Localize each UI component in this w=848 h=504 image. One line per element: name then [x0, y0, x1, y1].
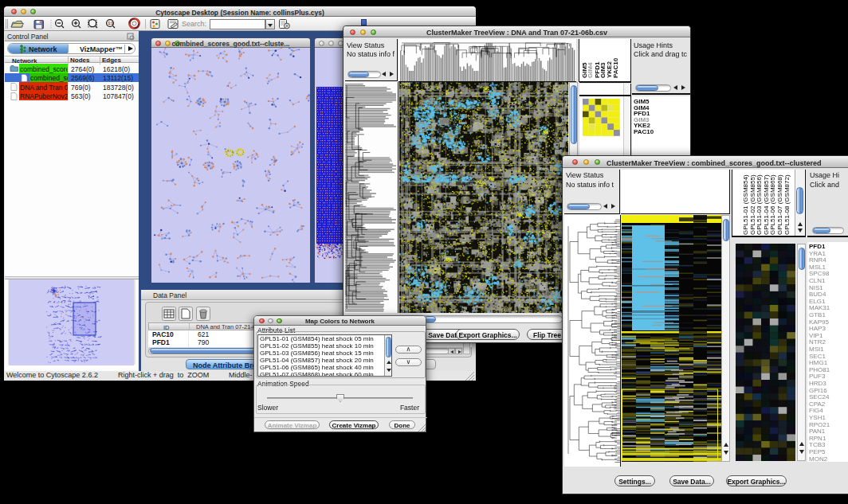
svg-text:1:1: 1:1: [108, 21, 114, 25]
